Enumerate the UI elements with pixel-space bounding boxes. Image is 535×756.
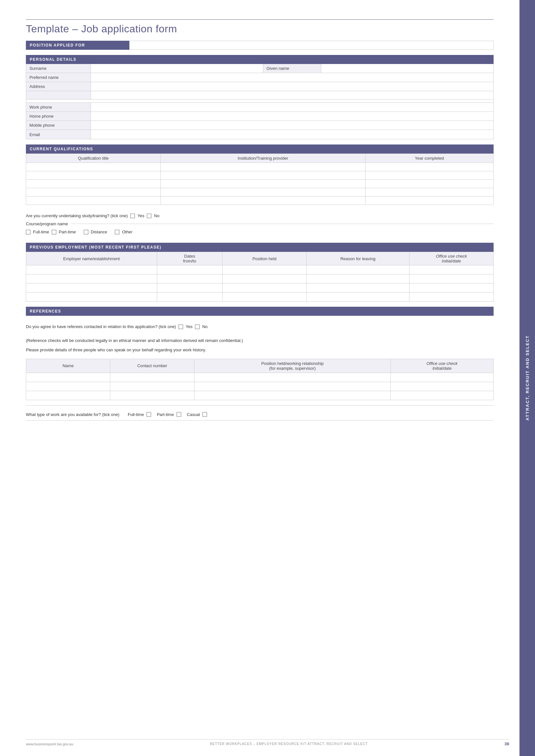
- emp-row2-col3[interactable]: [222, 274, 306, 284]
- emp-row4-col3[interactable]: [222, 292, 306, 302]
- ref-row3-col1[interactable]: [26, 391, 110, 400]
- work-casual-checkbox[interactable]: [203, 412, 207, 417]
- emp-row4-col1[interactable]: [26, 292, 157, 302]
- ref-row1-col2[interactable]: [110, 373, 194, 382]
- surname-label: Surname: [26, 64, 91, 73]
- ref-header-row: Name Contact number Position held/workin…: [26, 359, 493, 373]
- distance-checkbox[interactable]: [84, 230, 88, 234]
- emp-row4-col2[interactable]: [157, 292, 222, 302]
- emp-row3-col4[interactable]: [306, 284, 409, 292]
- course-program-value[interactable]: [70, 224, 493, 224]
- qual-row4-col3[interactable]: [366, 188, 493, 197]
- references-para1: (Reference checks will be conducted lega…: [26, 338, 493, 344]
- emp-row2-col1[interactable]: [26, 274, 157, 284]
- qual-row2-col2[interactable]: [160, 171, 365, 180]
- qual-row4-col1[interactable]: [26, 188, 161, 197]
- qual-row5-col3[interactable]: [366, 197, 493, 205]
- address-value2[interactable]: [91, 91, 493, 99]
- emp-row2-col5[interactable]: [409, 274, 493, 284]
- ref-row1-col1[interactable]: [26, 373, 110, 382]
- ref-row1-col4[interactable]: [391, 373, 493, 382]
- emp-row4-col4[interactable]: [306, 292, 409, 302]
- study-no-label: No: [154, 213, 159, 218]
- qual-row1-col1[interactable]: [26, 163, 161, 171]
- work-parttime-checkbox[interactable]: [177, 412, 181, 417]
- sidebar: ATTRACT, RECRUIT AND SELECT: [520, 0, 535, 756]
- employment-header: PREVIOUS EMPLOYMENT (MOST RECENT FIRST P…: [26, 243, 493, 252]
- fulltime-checkbox[interactable]: [26, 230, 30, 234]
- given-name-value[interactable]: [321, 64, 493, 73]
- emp-col4-header: Reason for leaving: [306, 252, 409, 265]
- study-no-checkbox[interactable]: [147, 214, 152, 218]
- work-phone-value[interactable]: [91, 103, 493, 112]
- work-fulltime-checkbox[interactable]: [147, 412, 151, 417]
- qual-row1-col2[interactable]: [160, 163, 365, 171]
- study-yes-label: Yes: [137, 213, 144, 218]
- ref-row3-col3[interactable]: [194, 391, 391, 400]
- surname-value[interactable]: [91, 64, 263, 73]
- qual-row4-col2[interactable]: [160, 188, 365, 197]
- preferred-name-value[interactable]: [91, 73, 493, 82]
- emp-row-2: [26, 274, 493, 284]
- ref-row-3: [26, 391, 493, 400]
- emp-row3-col1[interactable]: [26, 284, 157, 292]
- emp-col3-header: Position held: [222, 252, 306, 265]
- study-yes-checkbox[interactable]: [130, 214, 135, 218]
- work-type-bottom-divider: [26, 420, 493, 420]
- emp-col5-header: Office use check Initial/date: [409, 252, 493, 265]
- ref-col3-header: Position held/working relationship (for …: [194, 359, 391, 373]
- emp-row1-col1[interactable]: [26, 265, 157, 274]
- qual-row2-col1[interactable]: [26, 171, 161, 180]
- emp-row1-col5[interactable]: [409, 265, 493, 274]
- emp-col2-header: Dates from/to: [157, 252, 222, 265]
- home-phone-value[interactable]: [91, 112, 493, 121]
- personal-section-header: PERSONAL DETAILS: [26, 55, 493, 64]
- sidebar-text: ATTRACT, RECRUIT AND SELECT: [525, 335, 530, 420]
- ref-row2-col4[interactable]: [391, 382, 493, 391]
- emp-row1-col2[interactable]: [157, 265, 222, 274]
- qual-row1-col3[interactable]: [366, 163, 493, 171]
- ref-row2-col3[interactable]: [194, 382, 391, 391]
- qual-col2-header: Institution/Training provider: [160, 154, 365, 163]
- ref-row3-col4[interactable]: [391, 391, 493, 400]
- ref-row3-col2[interactable]: [110, 391, 194, 400]
- other-checkbox[interactable]: [115, 230, 119, 234]
- emp-row1-col4[interactable]: [306, 265, 409, 274]
- study-type-row: Full-time Part-time Distance Other: [26, 230, 493, 234]
- emp-col1-header: Employer name/establishment: [26, 252, 157, 265]
- parttime-label: Part-time: [59, 230, 76, 234]
- parttime-checkbox[interactable]: [52, 230, 56, 234]
- course-program-label: Course/program name: [26, 221, 68, 226]
- emp-row3-col5[interactable]: [409, 284, 493, 292]
- emp-row-3: [26, 284, 493, 292]
- study-training-row: Are you currently undertaking study/trai…: [26, 213, 493, 218]
- references-para2: Please provide details of three people w…: [26, 347, 493, 354]
- address-row1: Address: [26, 82, 493, 91]
- ref-yes-checkbox[interactable]: [179, 325, 183, 329]
- qual-row3-col2[interactable]: [160, 180, 365, 188]
- qual-row3-col3[interactable]: [366, 180, 493, 188]
- ref-row2-col2[interactable]: [110, 382, 194, 391]
- qual-row3-col1[interactable]: [26, 180, 161, 188]
- emp-row1-col3[interactable]: [222, 265, 306, 274]
- address-value1[interactable]: [91, 82, 493, 91]
- ref-row2-col1[interactable]: [26, 382, 110, 391]
- email-value[interactable]: [91, 130, 493, 139]
- email-row: Email: [26, 130, 493, 139]
- emp-row2-col4[interactable]: [306, 274, 409, 284]
- qual-row5-col2[interactable]: [160, 197, 365, 205]
- fulltime-work-label: Full-time: [128, 412, 144, 417]
- qual-row2-col3[interactable]: [366, 171, 493, 180]
- emp-row2-col2[interactable]: [157, 274, 222, 284]
- address-label-empty: [26, 91, 91, 99]
- footer: www.businesspoint.tas.gov.au BETTER WORK…: [26, 739, 509, 746]
- position-label: POSITION APPLIED FOR: [26, 41, 129, 50]
- emp-row4-col5[interactable]: [409, 292, 493, 302]
- position-value[interactable]: [129, 41, 493, 50]
- ref-no-checkbox[interactable]: [195, 325, 200, 329]
- emp-row3-col3[interactable]: [222, 284, 306, 292]
- qual-row5-col1[interactable]: [26, 197, 161, 205]
- mobile-phone-value[interactable]: [91, 121, 493, 130]
- ref-row1-col3[interactable]: [194, 373, 391, 382]
- emp-row3-col2[interactable]: [157, 284, 222, 292]
